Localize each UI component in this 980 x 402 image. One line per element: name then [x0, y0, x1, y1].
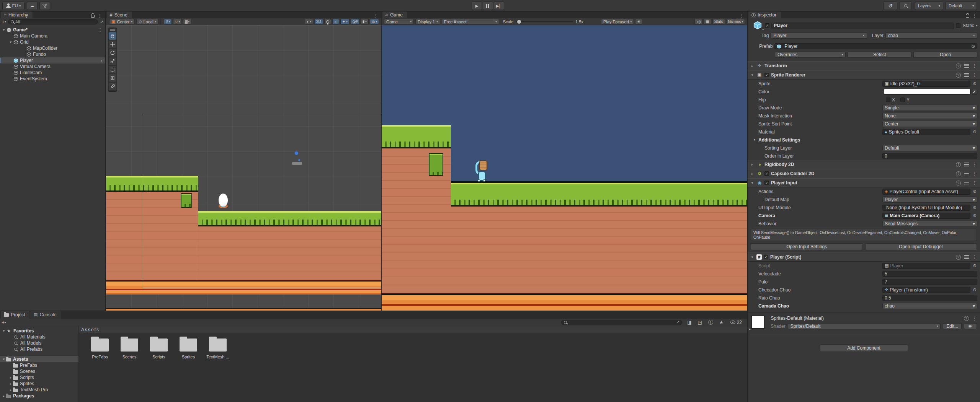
project-tree-item[interactable]: ▸ Packages: [0, 393, 78, 399]
layers-dropdown[interactable]: Layers ▾: [915, 2, 943, 10]
preset-icon[interactable]: [964, 163, 969, 166]
aspect-dropdown[interactable]: Free Aspect▾: [442, 19, 499, 24]
material-foldout-icon[interactable]: ▸: [749, 327, 751, 331]
hierarchy-item[interactable]: Main Camera: [0, 33, 105, 39]
component-enabled-checkbox[interactable]: ✓: [764, 181, 769, 185]
gameobject-icon[interactable]: ▾: [753, 21, 763, 31]
foldout-icon[interactable]: ▸: [750, 172, 755, 176]
foldout-icon[interactable]: ▸: [750, 163, 755, 166]
material-preview-swatch[interactable]: [751, 316, 764, 329]
object-picker-icon[interactable]: ⊙: [972, 263, 977, 269]
asset-folder[interactable]: Scenes: [116, 339, 143, 359]
field-value[interactable]: XY ▾: [882, 97, 977, 103]
scale-slider-knob[interactable]: [517, 20, 521, 24]
preset-icon[interactable]: [964, 172, 969, 176]
move-tool-button[interactable]: [109, 41, 116, 48]
version-control-button[interactable]: [39, 2, 50, 10]
asset-folder[interactable]: Scripts: [145, 339, 172, 359]
more-options-icon[interactable]: ⋮: [972, 13, 977, 18]
tab-scene[interactable]: # Scene: [107, 11, 132, 18]
tag-dropdown[interactable]: Player▾: [771, 33, 867, 39]
audio-mute-toggle[interactable]: ◁: [332, 19, 339, 24]
project-tree-item[interactable]: ▼ Assets: [0, 356, 78, 362]
chevron-down-icon[interactable]: ▾: [5, 321, 6, 324]
field-value[interactable]: Simple ▾: [882, 105, 977, 111]
popout-icon[interactable]: ↗: [100, 19, 104, 24]
player-input-header[interactable]: ▼ ◉ ✓ Player Input ?⋮: [748, 178, 980, 187]
help-icon[interactable]: ?: [956, 171, 961, 176]
object-picker-icon[interactable]: ⊙: [972, 213, 977, 218]
foldout-icon[interactable]: ▼: [753, 138, 757, 142]
lock-icon[interactable]: [966, 15, 969, 18]
help-icon[interactable]: ?: [964, 316, 969, 321]
2d-mode-toggle[interactable]: 2D: [314, 19, 323, 24]
field-value[interactable]: ◼ Main Camera (Camera) ▾: [882, 213, 970, 219]
hand-tool-button[interactable]: [109, 32, 116, 40]
asset-folder[interactable]: TextMesh ...: [204, 339, 231, 359]
overrides-dropdown[interactable]: Overrides▾: [775, 52, 846, 58]
field-value[interactable]: ◈ PlayerControl (Input Action Asset) ▾: [882, 189, 970, 195]
field-value[interactable]: None ▾: [882, 113, 977, 119]
project-tree-item[interactable]: ▸ Scripts: [0, 374, 78, 381]
tab-project[interactable]: Project: [1, 311, 29, 319]
orientation-dropdown[interactable]: ◇Local▾: [136, 19, 158, 24]
game-gizmos-dropdown[interactable]: Gizmos▾: [726, 19, 745, 24]
name-field[interactable]: Player: [771, 23, 954, 29]
more-options-icon[interactable]: ⋮: [972, 72, 977, 78]
debug-button[interactable]: ✳: [635, 19, 642, 24]
expander-icon[interactable]: ▸: [2, 394, 6, 398]
expander-icon[interactable]: ▼: [2, 329, 6, 333]
object-picker-icon[interactable]: ⊙: [972, 189, 977, 194]
label-filter-icon[interactable]: ◳: [698, 320, 702, 325]
expander-icon[interactable]: ▼: [2, 358, 6, 361]
grid-snap-toggle[interactable]: #▾: [164, 19, 172, 24]
search-in-icon[interactable]: ↗: [676, 320, 679, 325]
asset-folder[interactable]: PreFabs: [87, 339, 113, 359]
hierarchy-item[interactable]: Fundo: [0, 51, 105, 57]
more-options-icon[interactable]: ⋮: [98, 13, 102, 18]
more-options-icon[interactable]: ⋮: [972, 254, 977, 260]
more-options-icon[interactable]: ⋮: [972, 162, 977, 167]
tab-hierarchy[interactable]: ≡ Hierarchy: [1, 11, 33, 18]
project-tree-item[interactable]: ▸ TextMesh Pro: [0, 387, 78, 393]
scale-slider[interactable]: [516, 21, 573, 22]
field-value[interactable]: ▾: [882, 89, 970, 95]
field-value[interactable]: ▣ Idle (32x32)_0 ▾: [882, 81, 970, 87]
expander-icon[interactable]: ▸: [8, 382, 13, 386]
snap-settings-button[interactable]: ∪▾: [173, 19, 182, 24]
tab-game[interactable]: ∞ Game: [382, 11, 407, 18]
game-view-dropdown[interactable]: Game▾: [384, 19, 414, 24]
foldout-icon[interactable]: ▸: [750, 64, 755, 68]
hierarchy-item[interactable]: LimiteCam: [0, 70, 105, 76]
foldout-icon[interactable]: ▼: [750, 256, 755, 259]
foldout-icon[interactable]: ▼: [750, 181, 755, 185]
eyedropper-icon[interactable]: [972, 89, 977, 94]
help-icon[interactable]: ?: [956, 73, 961, 78]
preset-icon[interactable]: [964, 255, 969, 259]
field-value[interactable]: ● Sprites-Default ▾: [882, 129, 970, 135]
hierarchy-item[interactable]: ▼ Game* ⋮: [0, 27, 105, 33]
foldout-icon[interactable]: ▼: [750, 73, 755, 77]
component-enabled-checkbox[interactable]: ✓: [764, 171, 769, 176]
more-options-icon[interactable]: ⋮: [972, 63, 977, 68]
favorites-filter-icon[interactable]: ★: [719, 320, 724, 325]
object-picker-icon[interactable]: ⊙: [972, 287, 977, 293]
flip-y-checkbox[interactable]: [900, 98, 905, 102]
object-picker-icon[interactable]: ⊙: [972, 205, 977, 210]
account-button[interactable]: FU ▾: [2, 2, 24, 10]
camera-settings-dropdown[interactable]: ▮▾: [361, 19, 369, 24]
static-dropdown-icon[interactable]: ▾: [976, 24, 977, 27]
rect-tool-button[interactable]: [109, 66, 116, 73]
scene-viewport[interactable]: [106, 25, 381, 311]
project-tree-item[interactable]: ▼ ★ Favorites: [0, 328, 78, 334]
field-value[interactable]: Player ▾: [882, 197, 977, 203]
effects-dropdown[interactable]: ✦▾: [340, 19, 350, 24]
transform-tool-button[interactable]: [109, 74, 116, 82]
global-search-button[interactable]: [900, 2, 912, 10]
custom-tool-button[interactable]: [109, 83, 116, 90]
hidden-count-eye-icon[interactable]: [730, 321, 735, 324]
asset-folder[interactable]: Sprites: [175, 339, 202, 359]
warning-filter-icon[interactable]: !: [708, 320, 713, 325]
preset-icon[interactable]: [964, 181, 969, 185]
sprite-renderer-header[interactable]: ▼ ▣ ✓ Sprite Renderer ?⋮: [748, 70, 980, 80]
